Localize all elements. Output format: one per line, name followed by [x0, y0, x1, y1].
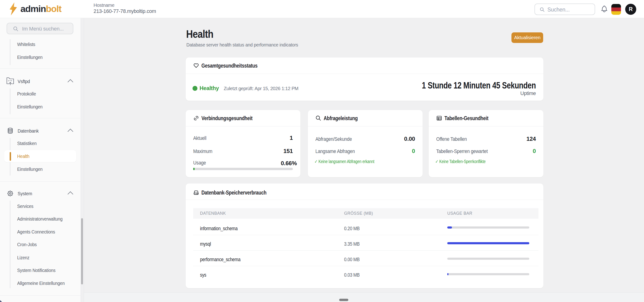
svg-text:FTP: FTP	[8, 80, 12, 82]
